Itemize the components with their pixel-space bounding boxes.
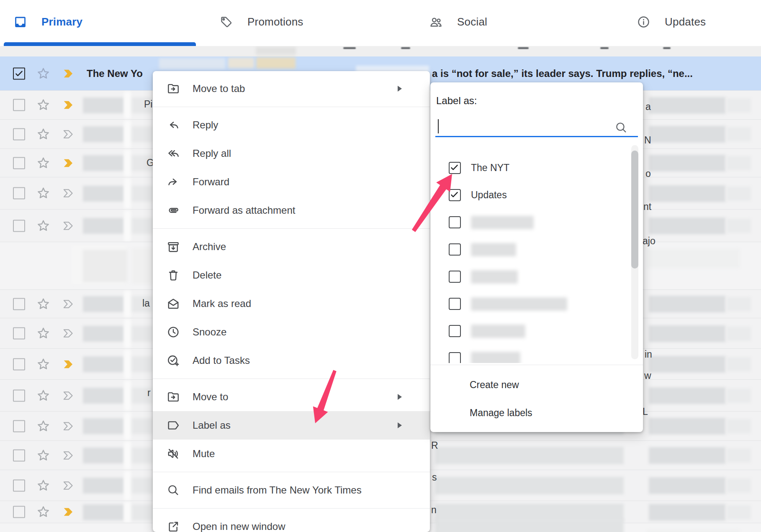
menu-item-mark-as-read[interactable]: Mark as read (153, 289, 430, 318)
importance-marker-icon[interactable] (63, 100, 75, 110)
star-icon[interactable] (36, 504, 51, 520)
star-icon[interactable] (36, 66, 51, 81)
create-new-label-button[interactable]: Create new (430, 371, 643, 399)
info-icon (637, 15, 650, 29)
menu-item-archive[interactable]: Archive (153, 233, 430, 261)
label-option-redacted[interactable] (430, 345, 643, 363)
submenu-arrow-icon (398, 422, 402, 428)
category-tab-bar: Primary Promotions Social Updates (0, 0, 761, 46)
importance-marker-icon[interactable] (63, 221, 75, 230)
label-checkbox[interactable] (449, 325, 461, 337)
menu-item-snooze[interactable]: Snooze (153, 318, 430, 346)
redacted-text-block (124, 381, 131, 411)
importance-marker-icon[interactable] (63, 507, 75, 517)
star-icon[interactable] (36, 326, 51, 341)
label-checkbox[interactable] (449, 216, 461, 228)
scrollbar-thumb[interactable] (631, 151, 638, 269)
menu-item-move-to-tab[interactable]: Move to tab (153, 74, 430, 103)
redacted-text-block (83, 296, 124, 312)
importance-marker-icon[interactable] (63, 299, 75, 309)
menu-item-open-in-new-window[interactable]: Open in new window (153, 512, 430, 532)
email-checkbox[interactable] (13, 157, 25, 169)
menu-item-forward-as-attachment[interactable]: Forward as attachment (153, 196, 430, 225)
label-option-redacted[interactable] (430, 290, 643, 317)
redacted-text-block (649, 447, 725, 464)
tab-label: Primary (41, 15, 82, 28)
label-checkbox-checked[interactable] (449, 189, 461, 201)
importance-marker-icon[interactable] (63, 422, 75, 431)
redacted-text-block (256, 47, 296, 55)
redacted-text-block (649, 296, 725, 312)
redacted-text-block (132, 248, 153, 284)
tab-social[interactable]: Social (429, 11, 487, 33)
label-option-redacted[interactable] (430, 209, 643, 236)
importance-marker-icon[interactable] (63, 159, 75, 168)
label-checkbox[interactable] (449, 271, 461, 283)
importance-marker-icon[interactable] (63, 481, 75, 490)
menu-item-reply[interactable]: Reply (153, 111, 430, 139)
star-icon[interactable] (36, 448, 51, 463)
star-icon[interactable] (36, 296, 51, 312)
importance-marker-icon[interactable] (63, 329, 75, 338)
menu-item-move-to[interactable]: Move to (153, 383, 430, 411)
email-checkbox[interactable] (13, 449, 25, 461)
label-option-updates[interactable]: Updates (430, 182, 643, 209)
menu-item-mute[interactable]: Mute (153, 440, 430, 468)
menu-item-label-as[interactable]: Label as (153, 411, 430, 440)
menu-item-label: Open in new window (193, 521, 285, 532)
email-checkbox[interactable] (13, 389, 25, 402)
menu-divider (153, 228, 430, 229)
tab-primary[interactable]: Primary (13, 11, 82, 33)
menu-item-add-to-tasks[interactable]: Add to Tasks (153, 346, 430, 375)
email-checkbox[interactable] (13, 420, 25, 432)
menu-item-delete[interactable]: Delete (153, 261, 430, 289)
label-checkbox[interactable] (449, 243, 461, 256)
email-checkbox[interactable] (13, 298, 25, 310)
email-checkbox[interactable] (13, 506, 25, 518)
email-checkbox[interactable] (13, 479, 25, 491)
redacted-text-block (124, 350, 131, 379)
star-icon[interactable] (36, 126, 51, 142)
email-checkbox[interactable] (13, 220, 25, 232)
star-icon[interactable] (36, 418, 51, 434)
importance-marker-icon[interactable] (63, 130, 75, 139)
star-icon[interactable] (36, 155, 51, 171)
importance-marker-icon[interactable] (63, 360, 75, 369)
menu-item-find-emails-from-the-new-york-times[interactable]: Find emails from The New York Times (153, 476, 430, 504)
label-checkbox[interactable] (449, 352, 461, 363)
label-option-redacted[interactable] (430, 236, 643, 263)
email-checkbox-checked[interactable] (13, 67, 25, 79)
label-search-input[interactable] (435, 115, 638, 136)
star-icon[interactable] (36, 478, 51, 493)
importance-marker-icon[interactable] (63, 391, 75, 400)
menu-item-reply-all[interactable]: Reply all (153, 139, 430, 168)
star-icon[interactable] (36, 388, 51, 403)
importance-marker-icon[interactable] (63, 189, 75, 198)
label-option-the-nyt[interactable]: The NYT (430, 154, 643, 182)
label-icon (167, 419, 180, 432)
star-icon[interactable] (36, 186, 51, 201)
email-checkbox[interactable] (13, 358, 25, 370)
label-option-redacted[interactable] (430, 317, 643, 345)
menu-item-forward[interactable]: Forward (153, 168, 430, 196)
manage-labels-button[interactable]: Manage labels (430, 399, 643, 427)
label-option-redacted[interactable] (430, 263, 643, 290)
email-checkbox[interactable] (13, 128, 25, 140)
redacted-text-block (649, 477, 725, 494)
importance-marker-icon[interactable] (63, 69, 75, 78)
star-icon[interactable] (36, 97, 51, 113)
label-checkbox-checked[interactable] (449, 162, 461, 174)
redacted-text-block (647, 249, 740, 268)
popup-title: Label as: (436, 95, 477, 107)
tab-updates[interactable]: Updates (637, 11, 706, 33)
star-icon[interactable] (36, 356, 51, 372)
email-checkbox[interactable] (13, 187, 25, 200)
star-icon[interactable] (36, 218, 51, 233)
redacted-text-block (727, 127, 751, 141)
email-checkbox[interactable] (13, 99, 25, 111)
email-checkbox[interactable] (13, 327, 25, 340)
tab-promotions[interactable]: Promotions (219, 11, 303, 33)
label-checkbox[interactable] (449, 298, 461, 310)
importance-marker-icon[interactable] (63, 451, 75, 460)
submenu-arrow-icon (398, 394, 402, 400)
